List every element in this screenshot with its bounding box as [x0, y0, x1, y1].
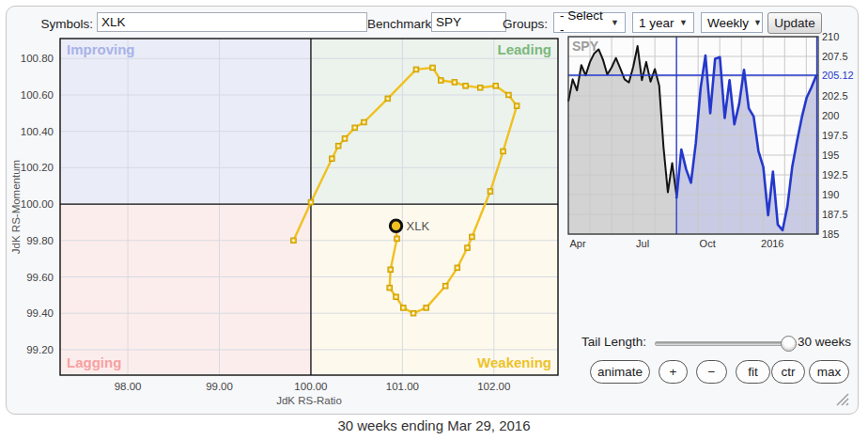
tail-point-center: [507, 94, 509, 96]
spy-y-tick-label: 187.5: [822, 209, 848, 220]
y-tick-label: 100.00: [21, 198, 54, 210]
spy-y-tick-label: 202.5: [822, 90, 848, 102]
spy-y-tick-label: 210: [822, 31, 839, 42]
quadrant-leading: [311, 39, 558, 204]
tail-point-center: [412, 312, 414, 314]
y-tick-label: 100.60: [21, 89, 54, 101]
caption: 30 weeks ending Mar 29, 2016: [0, 417, 868, 433]
chevron-down-icon: ▼: [611, 18, 619, 27]
tail-point-center: [395, 238, 397, 240]
y-tick-label: 100.20: [21, 162, 54, 173]
tail-point-center: [415, 69, 417, 71]
spy-x-tick-label: 2016: [761, 238, 783, 249]
tail-point-center: [331, 158, 333, 160]
tail-length-slider[interactable]: [655, 341, 790, 346]
chevron-down-icon: ▼: [753, 18, 762, 27]
xlk-label: XLK: [407, 219, 430, 233]
quadrant-label-leading: Leading: [497, 41, 551, 57]
x-tick-label: 102.00: [477, 381, 510, 392]
tail-point-center: [495, 85, 497, 86]
tail-point-center: [479, 86, 481, 88]
animate-button[interactable]: animate: [590, 360, 650, 384]
tail-point-center: [454, 81, 456, 83]
spy-y-tick-label: 197.5: [822, 130, 848, 141]
tail-point-center: [516, 104, 518, 106]
tail-point-center: [337, 145, 339, 147]
spy-x-tick-label: Jul: [636, 238, 649, 249]
max-button[interactable]: max: [809, 360, 849, 384]
y-tick-label: 99.20: [26, 344, 54, 355]
center-button[interactable]: ctr: [771, 360, 805, 384]
tail-point-center: [354, 127, 356, 129]
spy-y-tick-label: 200: [822, 110, 839, 121]
quadrant-label-lagging: Lagging: [67, 354, 121, 370]
x-tick-label: 98.00: [115, 381, 142, 392]
tail-point-center: [363, 121, 364, 123]
tail-point-center: [466, 246, 468, 248]
tail-point-center: [387, 98, 389, 100]
spy-x-tick-label: Oct: [700, 238, 716, 249]
rrg-chart[interactable]: ImprovingLeadingLaggingWeakening98.0099.…: [7, 7, 570, 413]
tail-point-center: [426, 306, 427, 308]
tail-point-center: [344, 137, 346, 139]
interval-select-value: Weekly: [707, 16, 749, 30]
tail-point-center: [310, 201, 312, 203]
tail-point-center: [389, 287, 391, 289]
x-axis-title: JdK RS-Ratio: [276, 395, 342, 406]
x-tick-label: 100.00: [294, 381, 327, 392]
spy-y-tick-label: 192.5: [822, 169, 848, 181]
quadrant-improving: [60, 39, 311, 204]
y-tick-label: 100.40: [21, 126, 54, 137]
tail-point-center: [464, 85, 466, 86]
spy-y-tick-label: 185: [822, 228, 839, 240]
tail-point-center: [395, 296, 396, 298]
tail-point-center: [502, 150, 504, 152]
y-axis-title: JdK RS-Momentum: [10, 160, 22, 254]
benchmark-chart[interactable]: 185187.5190192.5195197.5200202.5207.5210…: [561, 29, 860, 259]
tail-length-label: Tail Length:: [581, 335, 646, 349]
tail-point-center: [489, 190, 491, 192]
chevron-down-icon: ▼: [679, 18, 688, 27]
spy-last-price-label: 205.12: [822, 70, 854, 81]
zoom-out-button[interactable]: −: [696, 360, 727, 384]
spy-y-tick-label: 207.5: [822, 51, 848, 62]
quadrant-label-improving: Improving: [67, 41, 135, 57]
resize-grip[interactable]: [833, 392, 850, 407]
x-tick-label: 101.00: [386, 381, 419, 392]
xlk-marker[interactable]: [390, 220, 401, 231]
zoom-in-button[interactable]: +: [659, 360, 688, 384]
tail-point-center: [471, 236, 473, 238]
tail-point-center: [457, 267, 458, 269]
y-tick-label: 99.80: [26, 235, 54, 246]
spy-y-tick-label: 195: [822, 149, 839, 161]
x-tick-label: 99.00: [206, 381, 233, 392]
quadrant-label-weakening: Weakening: [477, 354, 551, 370]
tail-point-center: [390, 269, 392, 271]
main-panel: Symbols: Benchmark: Groups: - Select - ▼…: [6, 6, 859, 415]
spy-title: SPY: [572, 39, 599, 54]
fit-button[interactable]: fit: [736, 360, 770, 384]
tail-point-center: [440, 79, 442, 81]
rrg-app: Symbols: Benchmark: Groups: - Select - ▼…: [0, 0, 868, 440]
y-tick-label: 99.40: [26, 307, 54, 319]
y-tick-label: 100.80: [21, 53, 54, 64]
spy-y-tick-label: 190: [822, 189, 839, 200]
period-select-value: 1 year: [639, 16, 674, 30]
spy-x-tick-label: Apr: [569, 238, 585, 249]
slider-thumb[interactable]: [781, 336, 797, 352]
tail-point-center: [402, 306, 404, 308]
tail-point-center: [431, 67, 433, 69]
tail-point-center: [444, 285, 446, 287]
tail-point-center: [292, 240, 294, 242]
y-tick-label: 99.60: [26, 272, 54, 283]
tail-length-value: 30 weeks: [798, 335, 851, 349]
